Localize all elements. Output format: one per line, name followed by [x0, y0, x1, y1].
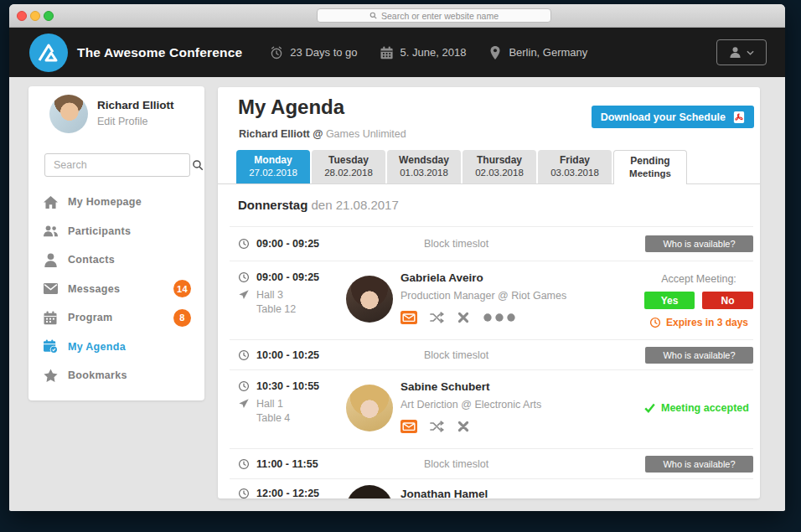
- clock-icon: [238, 271, 250, 283]
- close-window-button[interactable]: [17, 11, 27, 21]
- window-controls: [9, 11, 54, 21]
- profile-avatar[interactable]: [49, 95, 88, 133]
- home-icon: [44, 194, 60, 209]
- program-icon: [44, 310, 60, 325]
- clock-icon: [238, 488, 250, 498]
- accept-no-button[interactable]: No: [702, 292, 753, 309]
- url-placeholder: Search or enter website name: [381, 11, 499, 21]
- tab-friday[interactable]: Friday 03.03.2018: [538, 150, 612, 183]
- tab-tuesday[interactable]: Tuesday 28.02.2018: [312, 150, 385, 183]
- search-icon: [369, 12, 377, 19]
- participant-avatar[interactable]: [346, 385, 393, 431]
- user-icon: [729, 46, 742, 59]
- search-input[interactable]: [45, 159, 192, 171]
- participants-icon: [44, 224, 60, 239]
- tab-day: Thursday: [477, 154, 522, 167]
- sidebar: Richard Elliott Edit Profile My Homepage…: [28, 86, 204, 400]
- alarm-clock-icon: [270, 46, 283, 59]
- sidebar-nav: My Homepage Participants Contacts Messag…: [28, 188, 204, 390]
- browser-url-bar[interactable]: Search or enter website name: [317, 8, 551, 23]
- page-subtitle: Richard Elliott @ Games Unlimited: [239, 128, 406, 140]
- sidebar-item-label: Program: [68, 312, 113, 323]
- sidebar-search: [44, 153, 190, 177]
- timeslot-time: 10:00 - 10:25: [256, 349, 424, 361]
- sidebar-item-messages[interactable]: Messages 14: [28, 275, 204, 304]
- accept-yes-button[interactable]: Yes: [644, 292, 695, 309]
- subtitle-company: Games Unlimited: [326, 128, 406, 140]
- participant-avatar[interactable]: [346, 485, 393, 498]
- reschedule-shuffle-icon[interactable]: [430, 312, 445, 323]
- calendar-icon: [380, 46, 394, 59]
- location-arrow-icon: [238, 398, 250, 410]
- sidebar-item-program[interactable]: Program 8: [28, 303, 204, 333]
- sidebar-item-label: Participants: [68, 225, 131, 237]
- user-menu-button[interactable]: [716, 39, 767, 65]
- expires-clock-icon: [649, 317, 661, 328]
- app-content: Richard Elliott Edit Profile My Homepage…: [9, 77, 785, 510]
- sidebar-item-label: My Homepage: [68, 196, 142, 208]
- tab-date: 28.02.2018: [324, 167, 373, 178]
- agenda-row-meeting: 12:00 - 12:25 Jonathan Hamel: [230, 478, 753, 498]
- messages-icon: [44, 281, 60, 297]
- timeslot-label: Block timeslot: [424, 238, 645, 250]
- event-date-text: 5. June, 2018: [400, 46, 467, 59]
- clock-icon: [238, 458, 250, 470]
- who-is-available-button[interactable]: Who is available?: [645, 235, 753, 252]
- messages-badge: 14: [173, 280, 191, 297]
- minimize-window-button[interactable]: [30, 11, 40, 21]
- sidebar-item-label: My Agenda: [68, 341, 126, 353]
- cancel-meeting-icon[interactable]: [457, 312, 469, 323]
- more-options-icon[interactable]: [482, 312, 517, 323]
- zoom-window-button[interactable]: [44, 11, 54, 21]
- sidebar-item-my-homepage[interactable]: My Homepage: [28, 188, 204, 217]
- check-icon: [644, 403, 655, 413]
- send-message-icon[interactable]: [400, 311, 417, 324]
- clock-icon: [238, 380, 250, 392]
- browser-chrome: Search or enter website name: [9, 4, 785, 28]
- timeslot-label: Block timeslot: [424, 349, 645, 361]
- location-pin-icon: [488, 46, 502, 59]
- reschedule-shuffle-icon[interactable]: [430, 421, 445, 432]
- timeslot-label: Block timeslot: [424, 458, 645, 470]
- location-arrow-icon: [238, 289, 250, 301]
- tab-wendsday[interactable]: Wendsday 01.03.2018: [387, 150, 461, 183]
- countdown-text: 23 Days to go: [290, 46, 357, 59]
- contact-icon: [44, 252, 60, 267]
- meeting-hall: Hall 1: [256, 398, 283, 410]
- cancel-meeting-icon[interactable]: [457, 421, 469, 432]
- program-badge: 8: [173, 309, 191, 327]
- accept-meeting-label: Accept Meeting:: [644, 273, 753, 285]
- day-heading-day: Donnerstag: [238, 198, 307, 212]
- participant-avatar[interactable]: [346, 276, 393, 323]
- main-panel: My Agenda Richard Elliott @ Games Unlimi…: [218, 87, 760, 498]
- bookmarks-icon: [44, 368, 60, 383]
- status-text: Meeting accepted: [661, 402, 749, 414]
- conference-logo[interactable]: [29, 34, 68, 72]
- tab-pending-meetings[interactable]: Pending Meetings: [613, 150, 687, 184]
- day-tabs: Monday 27.02.2018 Tuesday 28.02.2018 Wen…: [218, 150, 760, 184]
- participant-name: Jonathan Hamel: [400, 488, 488, 498]
- event-location: Berlin, Germany: [488, 46, 587, 59]
- expires-text: Expires in 3 days: [666, 317, 748, 328]
- tab-date: 02.03.2018: [475, 167, 524, 178]
- tab-date: 01.03.2018: [400, 167, 448, 178]
- tab-date: 27.02.2018: [249, 167, 297, 178]
- send-message-icon[interactable]: [400, 420, 417, 433]
- event-location-text: Berlin, Germany: [509, 46, 587, 59]
- app-header: The Awesome Conference 23 Days to go 5. …: [9, 28, 785, 77]
- clock-icon: [238, 238, 250, 250]
- sidebar-item-bookmarks[interactable]: Bookmarks: [28, 361, 204, 390]
- tab-monday[interactable]: Monday 27.02.2018: [236, 150, 310, 183]
- participant-name: Sabine Schubert: [400, 380, 541, 393]
- meeting-time: 12:00 - 12:25: [256, 488, 319, 498]
- who-is-available-button[interactable]: Who is available?: [645, 456, 753, 473]
- app-title: The Awesome Conference: [77, 45, 242, 60]
- edit-profile-link[interactable]: Edit Profile: [97, 116, 174, 127]
- browser-window: Search or enter website name The Awesome…: [9, 4, 785, 511]
- sidebar-item-participants[interactable]: Participants: [28, 217, 204, 246]
- who-is-available-button[interactable]: Who is available?: [645, 347, 753, 364]
- sidebar-item-contacts[interactable]: Contacts: [28, 245, 204, 275]
- download-schedule-button[interactable]: Download your Schedule: [592, 106, 754, 128]
- tab-thursday[interactable]: Thursday 02.03.2018: [463, 150, 536, 183]
- sidebar-item-my-agenda[interactable]: My Agenda: [28, 333, 204, 362]
